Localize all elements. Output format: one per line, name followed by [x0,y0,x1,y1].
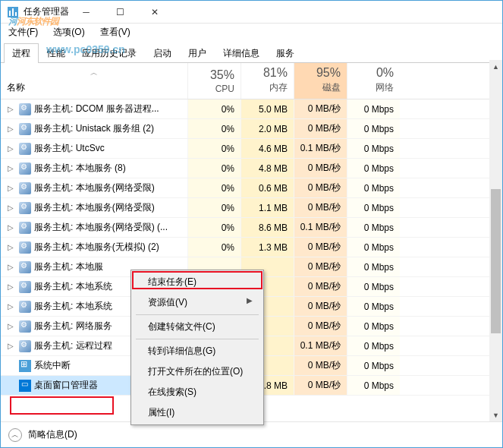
process-icon [19,162,31,175]
expand-icon[interactable]: ▷ [5,223,16,232]
process-icon [19,340,31,352]
minimize-button[interactable]: ─ [69,1,103,23]
tab-performance[interactable]: 性能 [39,43,74,63]
expand-icon[interactable]: ▷ [5,263,16,271]
sort-indicator-icon: ︿ [90,68,98,78]
maximize-button[interactable]: ☐ [103,1,137,23]
net-cell: 0 Mbps [347,178,400,197]
tab-processes[interactable]: 进程 [4,43,39,63]
process-icon [19,261,31,273]
expand-icon[interactable]: ▷ [5,144,16,153]
menu-options[interactable]: 选项(O) [50,24,87,40]
net-cell: 0 Mbps [347,297,400,316]
tab-details[interactable]: 详细信息 [215,43,268,63]
disk-cell: 0.1 MB/秒 [294,336,347,355]
col-name[interactable]: ︿ 名称 [1,63,187,99]
process-row[interactable]: ▷服务主机: 本地服务(网络受限) (...0%8.6 MB0.1 MB/秒0 … [1,218,502,238]
submenu-arrow-icon: ▶ [247,296,253,304]
col-network[interactable]: 0%网络 [347,63,400,99]
cm-separator [136,314,259,315]
menu-view[interactable]: 查看(V) [97,24,134,40]
window-title: 任务管理器 [24,5,69,18]
net-cell: 0 Mbps [347,198,400,217]
tab-startup[interactable]: 启动 [145,43,180,63]
disk-cell: 0 MB/秒 [294,257,347,276]
cm-search[interactable]: 在线搜索(S) [133,382,262,402]
process-row[interactable]: ▷服务主机: DCOM 服务器进程...0%5.0 MB0 MB/秒0 Mbps [1,99,502,119]
disk-cell: 0 MB/秒 [294,178,347,197]
mem-cell: 5.0 MB [240,99,294,118]
expand-icon[interactable]: ▷ [5,164,16,172]
process-row[interactable]: ▷服务主机: 本地服务 (8)0%4.8 MB0 MB/秒0 Mbps [1,159,502,178]
col-cpu[interactable]: 35%CPU [187,63,240,99]
cm-details[interactable]: 转到详细信息(G) [133,341,262,361]
menu-file[interactable]: 文件(F) [5,24,41,40]
collapse-icon[interactable]: ︿ [8,428,22,442]
mem-cell: 2.0 MB [240,119,294,138]
expand-icon[interactable]: ▷ [5,105,16,113]
process-row[interactable]: ▷服务主机: 本地服务(网络受限)0%0.6 MB0 MB/秒0 Mbps [1,178,502,198]
cpu-cell: 0% [187,218,240,237]
tab-users[interactable]: 用户 [180,43,215,63]
titlebar: 任务管理器 ─ ☐ ✕ [1,1,502,24]
col-memory[interactable]: 81%内存 [240,63,294,99]
process-row[interactable]: ▷服务主机: 本地服务(无模拟) (2)0%1.3 MB0 MB/秒0 Mbps [1,238,502,257]
disk-cell: 0 MB/秒 [294,317,347,336]
disk-cell: 0 MB/秒 [294,238,347,257]
net-cell: 0 Mbps [347,376,400,395]
process-name: 服务主机: 本地服务 (8) [34,162,126,175]
expand-icon[interactable]: ▷ [5,125,16,133]
net-cell: 0 Mbps [347,238,400,257]
expand-icon[interactable]: ▷ [5,203,16,212]
svg-rect-3 [15,12,17,16]
process-name: 服务主机: Unistack 服务组 (2) [34,122,154,135]
process-name: 服务主机: 本地服务(无模拟) (2) [34,241,159,254]
cpu-cell: 0% [187,178,240,197]
disk-cell: 0 MB/秒 [294,297,347,316]
cpu-cell: 0% [187,198,240,217]
tab-services[interactable]: 服务 [268,43,303,63]
process-name-cell: ▷服务主机: 本地服务 (8) [1,159,187,178]
cpu-cell: 0% [187,119,240,138]
process-row[interactable]: ▷服务主机: 本地服务(网络受限)0%1.1 MB0 MB/秒0 Mbps [1,198,502,218]
mem-cell: 4.6 MB [240,139,294,158]
footer: ︿ 简略信息(D) [1,421,502,447]
close-button[interactable]: ✕ [137,1,171,23]
cm-dump[interactable]: 创建转储文件(C) [133,317,262,337]
scroll-down-icon[interactable]: ▼ [489,409,502,421]
cm-end-task[interactable]: 结束任务(E) [133,272,262,292]
menubar: 文件(F) 选项(O) 查看(V) [1,24,502,40]
col-disk[interactable]: 95%磁盘 [294,63,347,99]
mem-cell: 8.6 MB [240,218,294,237]
process-icon [19,103,31,115]
expand-icon[interactable]: ▷ [5,322,16,330]
scroll-thumb[interactable] [491,189,501,333]
app-icon [7,6,19,18]
cm-properties[interactable]: 属性(I) [133,402,262,423]
svg-rect-2 [12,8,14,16]
fewer-details[interactable]: 简略信息(D) [28,428,77,441]
cm-open-location[interactable]: 打开文件所在的位置(O) [133,361,262,382]
tabs: 进程 性能 应用历史记录 启动 用户 详细信息 服务 [1,40,502,63]
process-name: 服务主机: 本地服务(网络受限) [34,181,155,194]
cpu-cell: 0% [187,159,240,178]
cm-resource[interactable]: 资源值(V)▶ [133,292,262,313]
process-row[interactable]: ▷服务主机: UtcSvc0%4.6 MB0.1 MB/秒0 Mbps [1,139,502,159]
process-name: 桌面窗口管理器 [34,379,98,392]
context-menu: 结束任务(E) 资源值(V)▶ 创建转储文件(C) 转到详细信息(G) 打开文件… [130,270,264,425]
process-row[interactable]: ▷服务主机: Unistack 服务组 (2)0%2.0 MB0 MB/秒0 M… [1,119,502,139]
expand-icon[interactable]: ▷ [5,302,16,311]
scroll-up-icon[interactable]: ▲ [489,60,502,73]
expand-icon[interactable]: ▷ [5,342,16,350]
expand-icon[interactable]: ▷ [5,282,16,291]
expand-icon[interactable]: ▷ [5,184,16,192]
process-name: 服务主机: 本地服 [34,260,103,273]
highlight-box [10,396,114,415]
process-name-cell: ▷服务主机: 本地服务(网络受限) (... [1,218,187,237]
mem-cell: 4.8 MB [240,159,294,178]
net-cell: 0 Mbps [347,139,400,158]
expand-icon[interactable]: ▷ [5,243,16,251]
scrollbar[interactable]: ▲ ▼ [489,60,502,421]
tab-history[interactable]: 应用历史记录 [74,43,145,63]
net-cell: 0 Mbps [347,356,400,375]
